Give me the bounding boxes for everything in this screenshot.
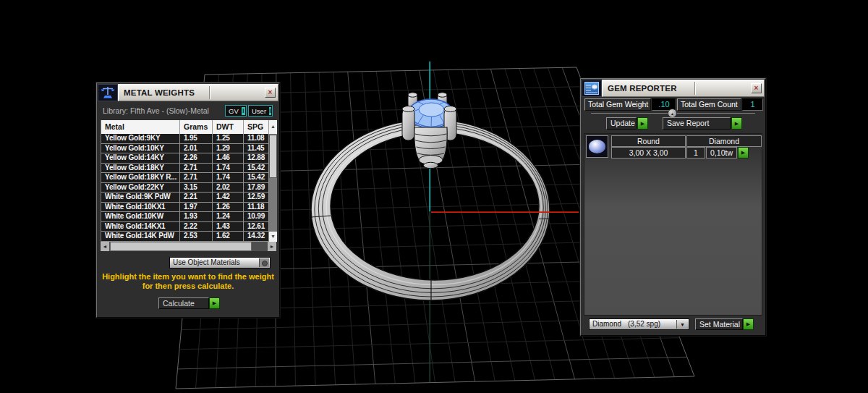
save-report-button[interactable]: Save Report — [663, 117, 731, 130]
gem-weight-cell[interactable]: 0,10tw — [706, 147, 737, 159]
table-cell: 1.24 — [213, 212, 244, 221]
update-go-icon[interactable]: ▶ — [637, 117, 648, 130]
titlebar-divider — [694, 82, 696, 95]
table-cell: Yellow Gold:18KY — [101, 164, 180, 173]
table-cell: 14.32 — [244, 232, 269, 241]
table-row[interactable]: Yellow Gold:14KY2.261.4612.88 — [101, 153, 269, 164]
table-cell: 1.43 — [213, 222, 244, 232]
scroll-down-icon[interactable]: ▼ — [269, 232, 277, 242]
set-material-button[interactable]: Set Material — [695, 318, 743, 330]
scroll-right-icon[interactable]: ► — [268, 242, 276, 251]
titlebar-divider — [209, 86, 210, 99]
table-cell: 11.08 — [244, 134, 269, 143]
instruction-text: Highlight the item you want to find the … — [97, 272, 279, 291]
table-row[interactable]: Yellow Gold:18KY2.711.7415.42 — [101, 164, 269, 174]
metal-weights-header[interactable]: METAL WEIGHTS × — [98, 84, 278, 101]
table-cell: White Gold:10KW — [101, 212, 180, 221]
library-label: Library: Fifth Ave - (Slow)-Metal — [103, 106, 209, 115]
table-cell: 12.88 — [244, 153, 269, 163]
metal-weights-titlebar[interactable]: METAL WEIGHTS × — [118, 84, 278, 101]
gem-material-header: Diamond — [686, 135, 762, 147]
table-cell: 3.15 — [180, 183, 213, 193]
table-cell: 1.95 — [180, 134, 213, 143]
material-dropdown[interactable]: Diamond(3,52 spg) ▼ — [589, 318, 689, 330]
gem-shape-header: Round — [611, 135, 686, 147]
table-row[interactable]: Yellow Gold:18KY R...2.711.7415.42 — [101, 173, 269, 183]
table-header-row: Metal Grams DWT SPG — [101, 120, 269, 134]
table-cell: Yellow Gold:22KY — [101, 183, 180, 193]
table-cell: 11.18 — [244, 203, 269, 212]
gem-reporter-titlebar[interactable]: GEM REPORTER × — [602, 80, 765, 97]
table-cell: 10.99 — [244, 212, 269, 221]
table-cell: 11.45 — [244, 144, 269, 153]
scrollbar-thumb[interactable] — [269, 135, 277, 178]
total-gem-count-value: 1 — [742, 98, 763, 111]
table-cell: 1.42 — [213, 193, 244, 202]
save-report-go-icon[interactable]: ▶ — [731, 117, 742, 130]
gem-count-cell[interactable]: 1 — [686, 147, 705, 159]
table-cell: 15.42 — [244, 164, 269, 173]
set-material-go-icon[interactable]: ▶ — [743, 318, 754, 330]
table-cell: 1.29 — [213, 144, 244, 153]
update-button[interactable]: Update — [606, 117, 637, 130]
table-cell: Yellow Gold:14KY — [101, 153, 180, 163]
table-row[interactable]: White Gold:14KX12.221.4312.61 — [101, 222, 269, 232]
gem-image — [589, 140, 605, 153]
table-row[interactable]: White Gold:14K PdW2.531.6214.32 — [101, 232, 269, 242]
table-cell: 2.71 — [180, 173, 213, 182]
table-row[interactable]: Yellow Gold:9KY1.951.2511.08 — [101, 134, 269, 144]
ring-head[interactable] — [402, 93, 456, 169]
calculate-button[interactable]: Calculate — [158, 297, 209, 309]
metal-weights-icon — [98, 84, 118, 101]
dropdown-arrow-icon[interactable]: ▼ — [676, 320, 688, 329]
table-cell: White Gold:14KX1 — [101, 222, 180, 232]
table-cell: 17.89 — [244, 183, 269, 193]
table-cell: 15.42 — [244, 173, 269, 182]
gem-size-cell[interactable]: 3,00 X 3,00 — [611, 147, 686, 159]
table-cell: White Gold:14K PdW — [101, 232, 180, 241]
table-row[interactable]: Yellow Gold:22KY3.152.0217.89 — [101, 183, 269, 193]
prong-front-left — [402, 108, 414, 140]
gv-indicator: I — [242, 107, 245, 115]
table-cell: 1.62 — [213, 232, 244, 241]
close-icon[interactable]: × — [751, 83, 762, 93]
table-cell: 1.74 — [213, 164, 244, 173]
vertical-scrollbar[interactable]: ▲ ▼ — [269, 120, 277, 242]
gem-row-go-icon[interactable]: ▶ — [738, 147, 749, 159]
gem-list: Round Diamond 3,00 X 3,00 1 0,10tw ▶ — [584, 133, 762, 316]
dropdown-knob-icon[interactable] — [259, 258, 269, 267]
table-cell: 1.46 — [213, 153, 244, 163]
table-cell: 1.25 — [213, 134, 244, 143]
table-row[interactable]: White Gold:9K PdW2.211.4212.59 — [101, 193, 269, 203]
calculate-go-icon[interactable]: ▶ — [209, 297, 220, 309]
table-cell: 2.53 — [180, 232, 213, 241]
table-cell: 2.01 — [180, 144, 213, 153]
table-cell: 1.74 — [213, 173, 244, 182]
table-cell: Yellow Gold:9KY — [101, 134, 180, 143]
gem-reporter-header[interactable]: GEM REPORTER × — [582, 80, 765, 97]
table-row[interactable]: Yellow Gold:10KY2.011.2911.45 — [101, 144, 269, 154]
gv-button[interactable]: GV I — [225, 105, 247, 117]
table-row[interactable]: White Gold:10KW1.931.2410.99 — [101, 212, 269, 222]
scrollbar-thumb[interactable] — [110, 242, 252, 251]
app-window: METAL WEIGHTS × Library: Fifth Ave - (Sl… — [0, 0, 868, 393]
table-cell: 2.02 — [213, 183, 244, 193]
table-cell: 1.26 — [213, 203, 244, 212]
scroll-up-icon[interactable]: ▲ — [269, 120, 277, 134]
table-cell: 1.97 — [180, 203, 213, 212]
use-object-materials-dropdown[interactable]: Use Object Materials — [169, 257, 271, 269]
column-header: Metal — [101, 120, 180, 134]
metal-weights-table: Metal Grams DWT SPG Yellow Gold:9KY1.951… — [101, 120, 277, 242]
user-button[interactable]: User I — [248, 105, 273, 117]
horizontal-scrollbar[interactable]: ◄ ► — [101, 242, 276, 251]
table-cell: Yellow Gold:18KY R... — [101, 173, 180, 182]
metal-table-body: Yellow Gold:9KY1.951.2511.08Yellow Gold:… — [101, 134, 269, 242]
table-cell: 2.21 — [180, 193, 213, 202]
column-header: SPG — [244, 120, 269, 134]
close-icon[interactable]: × — [265, 88, 276, 98]
scroll-left-icon[interactable]: ◄ — [101, 242, 109, 251]
user-indicator: I — [269, 107, 271, 115]
table-row[interactable]: White Gold:10KX11.971.2611.18 — [101, 203, 269, 213]
table-cell: White Gold:10KX1 — [101, 203, 180, 212]
gem-thumbnail[interactable] — [586, 135, 608, 158]
